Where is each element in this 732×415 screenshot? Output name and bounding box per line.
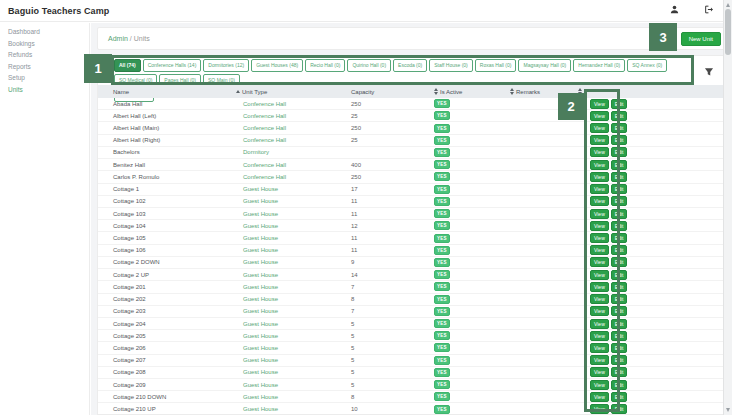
- table-row: Cottage 102 Guest House 11 YES ViewEdit: [98, 196, 725, 208]
- scroll-up-arrow-icon[interactable]: [726, 3, 730, 7]
- table-row: Albert Hall (Main) Conference Hall 250 Y…: [98, 122, 725, 134]
- capacity-cell: 5: [342, 382, 429, 388]
- annotation-rect-actions-column: [584, 89, 620, 412]
- capacity-cell: 250: [342, 125, 429, 131]
- capacity-cell: 7: [342, 308, 429, 314]
- sidebar-item-units[interactable]: Units: [0, 84, 89, 96]
- status-badge: YES: [434, 172, 450, 181]
- is-active-cell: YES: [429, 368, 509, 377]
- table-row: Benitez Hall Conference Hall 400 YES Vie…: [98, 159, 725, 171]
- sort-both-icon[interactable]: [434, 88, 438, 95]
- is-active-cell: YES: [429, 405, 509, 414]
- new-unit-button[interactable]: New Unit: [681, 32, 721, 46]
- table-row: Cottage 105 Guest House 11 YES ViewEdit: [98, 232, 725, 244]
- table-row: Abada Hall Conference Hall 250 YES ViewE…: [98, 98, 725, 110]
- unit-name-cell: Cottage 105: [98, 235, 232, 241]
- is-active-cell: YES: [429, 392, 509, 401]
- status-badge: YES: [434, 258, 450, 267]
- table-row: Albert Hall (Right) Conference Hall 25 Y…: [98, 135, 725, 147]
- capacity-cell: 5: [342, 357, 429, 363]
- logout-icon[interactable]: [704, 5, 714, 14]
- unit-name-cell: Cottage 205: [98, 333, 232, 339]
- vertical-scrollbar[interactable]: [723, 0, 732, 415]
- status-badge: YES: [434, 234, 450, 243]
- status-badge: YES: [434, 319, 450, 328]
- table-body: Abada Hall Conference Hall 250 YES ViewE…: [98, 98, 725, 414]
- is-active-cell: YES: [429, 234, 509, 243]
- column-header-capacity[interactable]: Capacity: [342, 89, 429, 95]
- app-title: Baguio Teachers Camp: [8, 6, 109, 16]
- capacity-cell: 11: [342, 198, 429, 204]
- capacity-cell: 9: [342, 259, 429, 265]
- unit-type-cell: Conference Hall: [232, 137, 342, 143]
- capacity-cell: 250: [342, 101, 429, 107]
- table-row: Cottage 103 Guest House 11 YES ViewEdit: [98, 208, 725, 220]
- sort-asc-icon[interactable]: [236, 90, 240, 93]
- is-active-cell: YES: [429, 380, 509, 389]
- is-active-cell: YES: [429, 221, 509, 230]
- unit-type-cell: Guest House: [232, 284, 342, 290]
- capacity-cell: 250: [342, 174, 429, 180]
- unit-type-cell: Conference Hall: [232, 174, 342, 180]
- funnel-icon[interactable]: [704, 63, 714, 81]
- unit-name-cell: Cottage 102: [98, 198, 232, 204]
- unit-type-cell: Guest House: [232, 223, 342, 229]
- capacity-cell: 5: [342, 345, 429, 351]
- scroll-down-arrow-icon[interactable]: [726, 408, 730, 412]
- unit-name-cell: Cottage 204: [98, 321, 232, 327]
- table-row: Cottage 202 Guest House 8 YES ViewEdit: [98, 294, 725, 306]
- unit-type-cell: Guest House: [232, 198, 342, 204]
- unit-name-cell: Cottage 2 DOWN: [98, 259, 232, 265]
- sort-both-icon[interactable]: [510, 88, 514, 95]
- unit-type-cell: Conference Hall: [232, 125, 342, 131]
- status-badge: YES: [434, 197, 450, 206]
- unit-type-cell: Guest House: [232, 211, 342, 217]
- unit-type-cell: Dormitory: [232, 149, 342, 155]
- sidebar-item-reports[interactable]: Reports: [0, 61, 89, 73]
- status-badge: YES: [434, 209, 450, 218]
- capacity-cell: 5: [342, 333, 429, 339]
- status-badge: YES: [434, 368, 450, 377]
- status-badge: YES: [434, 282, 450, 291]
- is-active-cell: YES: [429, 124, 509, 133]
- capacity-cell: 12: [342, 223, 429, 229]
- unit-type-cell: Guest House: [232, 321, 342, 327]
- column-header-name[interactable]: Name: [98, 89, 232, 95]
- user-icon[interactable]: [670, 5, 679, 14]
- is-active-cell: YES: [429, 295, 509, 304]
- unit-type-cell: Guest House: [232, 259, 342, 265]
- table-row: Cottage 204 Guest House 5 YES ViewEdit: [98, 318, 725, 330]
- annotation-mark-2: 2: [558, 93, 584, 120]
- is-active-cell: YES: [429, 148, 509, 157]
- is-active-cell: YES: [429, 185, 509, 194]
- is-active-cell: YES: [429, 282, 509, 291]
- unit-name-cell: Albert Hall (Main): [98, 125, 232, 131]
- capacity-cell: 17: [342, 186, 429, 192]
- unit-name-cell: Cottage 208: [98, 369, 232, 375]
- unit-name-cell: Cottage 106: [98, 247, 232, 253]
- unit-type-cell: Guest House: [232, 357, 342, 363]
- status-badge: YES: [434, 185, 450, 194]
- unit-name-cell: Abada Hall: [98, 101, 232, 107]
- sidebar-item-dashboard[interactable]: Dashboard: [0, 26, 89, 38]
- capacity-cell: 8: [342, 394, 429, 400]
- sidebar-item-bookings[interactable]: Bookings: [0, 38, 89, 50]
- unit-name-cell: Cottage 103: [98, 211, 232, 217]
- sidebar-item-refunds[interactable]: Refunds: [0, 49, 89, 61]
- status-badge: YES: [434, 380, 450, 389]
- unit-type-cell: Guest House: [232, 333, 342, 339]
- table-row: Cottage 104 Guest House 12 YES ViewEdit: [98, 220, 725, 232]
- column-header-is-active[interactable]: Is Active: [429, 88, 509, 95]
- status-badge: YES: [434, 148, 450, 157]
- unit-name-cell: Cottage 210 DOWN: [98, 394, 232, 400]
- status-badge: YES: [434, 331, 450, 340]
- scrollbar-thumb[interactable]: [725, 9, 731, 55]
- sidebar-item-setup[interactable]: Setup: [0, 72, 89, 84]
- capacity-cell: 8: [342, 296, 429, 302]
- capacity-cell: 14: [342, 272, 429, 278]
- is-active-cell: YES: [429, 343, 509, 352]
- column-header-unit-type[interactable]: Unit Type: [232, 89, 342, 95]
- breadcrumb-admin-link[interactable]: Admin: [108, 35, 128, 42]
- table-row: Cottage 205 Guest House 5 YES ViewEdit: [98, 330, 725, 342]
- table-row: Cottage 106 Guest House 11 YES ViewEdit: [98, 245, 725, 257]
